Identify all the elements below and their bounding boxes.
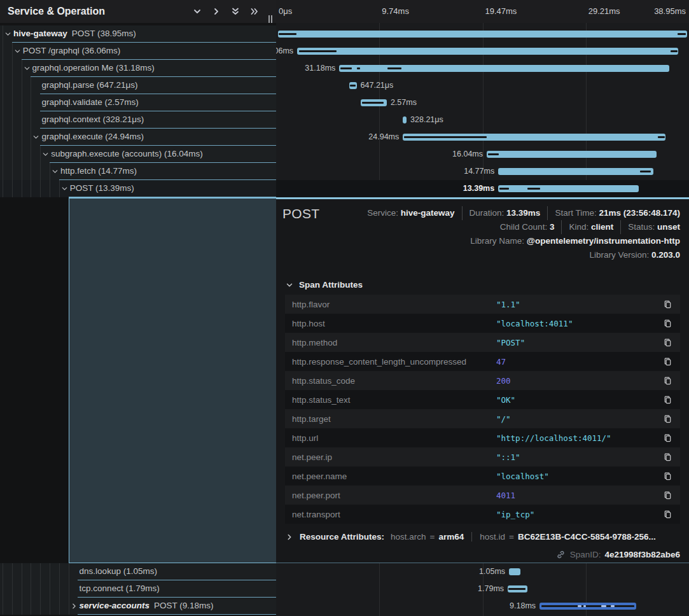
timeline-panel: 0μs9.74ms19.47ms29.21ms38.95ms 36.06ms31…: [276, 0, 689, 616]
timeline-row[interactable]: 24.94ms: [276, 129, 689, 146]
meta-label: Duration:: [470, 208, 507, 218]
duration-label: 24.94ms: [368, 132, 399, 141]
copy-icon[interactable]: [655, 395, 680, 405]
copy-icon[interactable]: [655, 357, 680, 367]
timeline-row[interactable]: 1.05ms: [276, 563, 689, 580]
chevron-down-icon[interactable]: [51, 167, 60, 176]
span-label: subgraph.execute (accounts) (16.04ms): [51, 149, 203, 158]
span-title: POST: [282, 206, 319, 221]
attribute-row: http.status_text"OK": [285, 390, 680, 409]
copy-icon[interactable]: [655, 300, 680, 309]
tree-row[interactable]: service-accountsPOST (9.18ms): [0, 598, 276, 615]
timeline-row[interactable]: [276, 25, 689, 43]
tree-row[interactable]: POST (13.39ms): [0, 180, 276, 197]
operation-name: POST (38.95ms): [72, 29, 136, 38]
tree-row[interactable]: POST /graphql (36.06ms): [0, 43, 276, 60]
timeline-row[interactable]: 31.18ms: [276, 60, 689, 77]
resource-attributes-title[interactable]: Resource Attributes:: [300, 532, 384, 542]
expand-all-icon[interactable]: [249, 6, 260, 17]
meta-value: hive-gateway: [401, 208, 455, 218]
attribute-key: net.peer.port: [285, 491, 496, 500]
child-span-mark: [499, 188, 509, 190]
span-bar[interactable]: [509, 568, 520, 575]
child-span-mark: [658, 136, 664, 138]
indent-guide: [50, 180, 50, 197]
copy-icon[interactable]: [655, 376, 680, 386]
span-tree-rows-bottom: dns.lookup (1.05ms)tcp.connect (1.79ms)s…: [0, 563, 276, 615]
span-bar[interactable]: [297, 48, 678, 55]
tree-row[interactable]: graphql.operation Me (31.18ms): [0, 60, 276, 77]
timeline-row[interactable]: 1.79ms: [276, 580, 689, 598]
copy-icon[interactable]: [655, 491, 680, 500]
link-icon[interactable]: [556, 550, 566, 559]
copy-icon[interactable]: [655, 452, 680, 462]
tree-row[interactable]: http.fetch (14.77ms): [0, 163, 276, 180]
span-bar[interactable]: [278, 31, 688, 38]
chevron-down-icon[interactable]: [13, 46, 22, 55]
tree-row[interactable]: dns.lookup (1.05ms): [0, 563, 276, 580]
tree-row[interactable]: graphql.context (328.21μs): [0, 111, 276, 129]
collapse-all-icon[interactable]: [230, 6, 240, 17]
span-detail-panel: POST Service: hive-gatewayDuration: 13.3…: [276, 197, 689, 563]
timeline-row[interactable]: 647.21μs: [276, 77, 689, 94]
timeline-row[interactable]: 328.21μs: [276, 111, 689, 129]
timeline-row[interactable]: 16.04ms: [276, 146, 689, 163]
meta-value: 13.39ms: [506, 208, 540, 218]
tree-row[interactable]: tcp.connect (1.79ms): [0, 580, 276, 598]
copy-icon[interactable]: [655, 414, 680, 424]
attribute-value: 4011: [496, 491, 655, 500]
copy-icon[interactable]: [655, 338, 680, 347]
span-bar[interactable]: [487, 151, 657, 158]
attribute-row: http.target"/": [285, 409, 680, 428]
duration-label: 14.77ms: [464, 167, 494, 176]
meta-value: @opentelemetry/instrumentation-http: [527, 236, 680, 246]
span-bar[interactable]: [498, 185, 639, 192]
meta-item: Status: unset: [620, 220, 680, 234]
span-bar[interactable]: [403, 116, 407, 123]
tree-row[interactable]: graphql.execute (24.94ms): [0, 129, 276, 146]
attribute-value: "localhost:4011": [496, 319, 655, 328]
copy-icon[interactable]: [655, 510, 680, 519]
span-bar[interactable]: [498, 168, 653, 175]
chevron-right-icon[interactable]: [285, 533, 294, 542]
timeline-row[interactable]: 2.57ms: [276, 94, 689, 111]
attribute-key: http.target: [285, 414, 496, 424]
child-span-mark: [671, 50, 678, 52]
child-span-mark: [678, 33, 685, 35]
attribute-value: "http://localhost:4011/": [496, 433, 655, 443]
indent-guide: [3, 94, 3, 111]
operation-name: POST (9.18ms): [154, 601, 214, 610]
selected-span-detail-block[interactable]: [69, 197, 276, 563]
indent-guide: [50, 598, 50, 615]
copy-icon[interactable]: [655, 472, 680, 481]
timeline-row[interactable]: 36.06ms: [276, 43, 689, 60]
chevron-down-icon[interactable]: [4, 29, 13, 38]
indent-guide: [31, 163, 31, 180]
timeline-row[interactable]: 14.77ms: [276, 163, 689, 180]
attribute-row: net.transport"ip_tcp": [285, 505, 680, 524]
timeline-row[interactable]: 13.39ms: [276, 180, 689, 197]
chevron-down-icon[interactable]: [60, 184, 69, 193]
indent-guide: [3, 598, 3, 615]
tree-row[interactable]: subgraph.execute (accounts) (16.04ms): [0, 146, 276, 163]
chevron-down-icon[interactable]: [41, 150, 50, 158]
attribute-row: net.peer.ip"::1": [285, 447, 680, 466]
span-attributes-toggle[interactable]: Span Attributes: [285, 280, 363, 290]
indent-guide: [31, 180, 31, 197]
chevron-right-icon[interactable]: [70, 601, 79, 610]
meta-label: Library Version:: [589, 250, 651, 260]
panel-resize-handle[interactable]: [268, 15, 274, 23]
tree-row[interactable]: graphql.validate (2.57ms): [0, 94, 276, 111]
copy-icon[interactable]: [655, 319, 680, 328]
child-span-mark: [404, 136, 487, 138]
meta-label: Child Count:: [500, 222, 550, 232]
tree-row[interactable]: graphql.parse (647.21μs): [0, 77, 276, 94]
chevron-down-icon[interactable]: [32, 132, 41, 141]
expand-one-icon[interactable]: [211, 6, 221, 17]
timeline-row[interactable]: 9.18ms: [276, 598, 689, 615]
chevron-down-icon[interactable]: [23, 64, 32, 73]
attribute-key: net.transport: [285, 510, 496, 519]
tree-row[interactable]: hive-gatewayPOST (38.95ms): [0, 25, 276, 43]
collapse-one-icon[interactable]: [191, 6, 202, 17]
copy-icon[interactable]: [655, 433, 680, 443]
